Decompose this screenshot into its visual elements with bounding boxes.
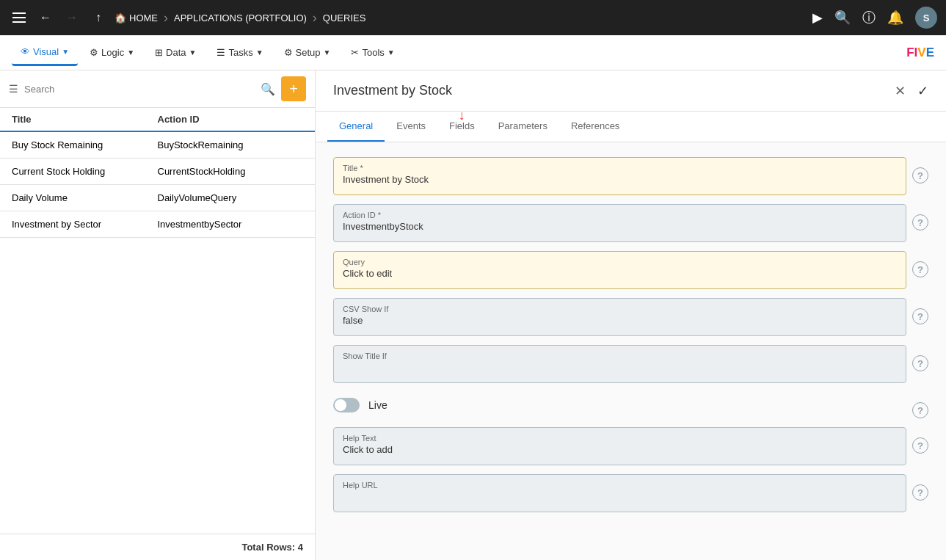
chevron-down-icon: ▼ bbox=[324, 48, 331, 57]
column-title: Title bbox=[12, 114, 158, 125]
help-text-help-icon[interactable]: ? bbox=[912, 437, 928, 454]
queries-link[interactable]: QUERIES bbox=[323, 12, 366, 23]
tab-fields[interactable]: Fields ↓ bbox=[437, 112, 487, 142]
tools-icon: ✂ bbox=[351, 47, 359, 58]
action-id-help-icon[interactable]: ? bbox=[912, 214, 928, 230]
five-logo: FIVE bbox=[906, 46, 934, 60]
tab-general[interactable]: General bbox=[327, 112, 385, 142]
top-navigation: ← → ↑ 🏠 HOME › APPLICATIONS (PORTFOLIO) … bbox=[0, 0, 946, 35]
back-button[interactable]: ← bbox=[35, 7, 56, 28]
title-value: Investment by Stock bbox=[343, 174, 897, 185]
home-link[interactable]: 🏠 HOME bbox=[114, 12, 158, 23]
row-action-id: BuyStockRemaining bbox=[158, 139, 304, 150]
help-text-placeholder: Click to add bbox=[343, 444, 897, 455]
action-id-label: Action ID * bbox=[343, 211, 897, 219]
query-label: Query bbox=[343, 258, 897, 266]
csv-show-if-field: CSV Show If false ? bbox=[333, 298, 928, 336]
right-panel: Investment by Stock ✕ ✓ General Events F… bbox=[316, 70, 946, 560]
show-title-if-input[interactable]: Show Title If bbox=[333, 345, 906, 383]
query-field: Query Click to edit ? bbox=[333, 251, 928, 289]
csv-show-if-input[interactable]: CSV Show If false bbox=[333, 298, 906, 336]
help-url-label: Help URL bbox=[343, 481, 897, 490]
live-label: Live bbox=[368, 399, 388, 411]
live-field: Live ? bbox=[333, 392, 928, 418]
tab-events[interactable]: Events bbox=[385, 112, 437, 142]
row-title: Current Stock Holding bbox=[12, 166, 158, 177]
title-input[interactable]: Title * Investment by Stock bbox=[333, 157, 906, 195]
live-help-icon[interactable]: ? bbox=[912, 402, 928, 418]
nav-item-tools[interactable]: ✂ Tools ▼ bbox=[342, 40, 403, 66]
live-toggle[interactable] bbox=[333, 398, 360, 412]
chevron-down-icon: ▼ bbox=[256, 48, 263, 57]
logic-icon: ⚙ bbox=[90, 47, 98, 58]
play-icon[interactable]: ▶ bbox=[812, 10, 823, 26]
nav-item-tasks[interactable]: ☰ Tasks ▼ bbox=[208, 40, 272, 66]
nav-item-data[interactable]: ⊞ Data ▼ bbox=[146, 40, 205, 66]
grid-icon: ⊞ bbox=[155, 47, 163, 58]
help-url-field: Help URL ? bbox=[333, 474, 928, 512]
query-input[interactable]: Query Click to edit bbox=[333, 251, 906, 289]
show-title-if-label: Show Title If bbox=[343, 352, 897, 360]
main-layout: ☰ 🔍 + Title Action ID Buy Stock Remainin… bbox=[0, 70, 946, 560]
sidebar-search-bar: ☰ 🔍 + bbox=[0, 70, 315, 108]
help-text-input[interactable]: Help Text Click to add bbox=[333, 427, 906, 465]
csv-show-if-help-icon[interactable]: ? bbox=[912, 308, 928, 324]
tasks-icon: ☰ bbox=[217, 47, 225, 58]
toggle-knob bbox=[335, 399, 346, 411]
title-label: Title * bbox=[343, 164, 897, 172]
tab-parameters[interactable]: Parameters bbox=[487, 112, 559, 142]
tabs-bar: General Events Fields ↓ Parameters Refer… bbox=[316, 112, 946, 142]
notification-icon[interactable]: 🔔 bbox=[887, 10, 903, 26]
column-action-id: Action ID bbox=[158, 114, 304, 125]
header-actions: ✕ ✓ bbox=[895, 83, 928, 99]
title-help-icon[interactable]: ? bbox=[912, 167, 928, 183]
right-panel-header: Investment by Stock ✕ ✓ bbox=[316, 70, 946, 112]
top-nav-right: ▶ 🔍 ⓘ 🔔 S bbox=[812, 7, 937, 29]
chevron-down-icon: ▼ bbox=[388, 48, 395, 57]
table-body: Buy Stock Remaining BuyStockRemaining Cu… bbox=[0, 132, 315, 534]
sidebar: ☰ 🔍 + Title Action ID Buy Stock Remainin… bbox=[0, 70, 316, 560]
action-id-input[interactable]: Action ID * InvestmentbyStock bbox=[333, 204, 906, 242]
confirm-icon[interactable]: ✓ bbox=[917, 83, 928, 99]
breadcrumb-separator: › bbox=[164, 10, 168, 26]
search-icon[interactable]: 🔍 bbox=[261, 82, 275, 96]
hamburger-menu[interactable] bbox=[9, 7, 29, 28]
setup-icon: ⚙ bbox=[284, 47, 293, 58]
row-action-id: CurrentStockHolding bbox=[158, 166, 304, 177]
chevron-down-icon: ▼ bbox=[62, 48, 69, 56]
table-row[interactable]: Daily Volume DailyVolumeQuery bbox=[0, 185, 315, 211]
filter-icon: ☰ bbox=[9, 83, 18, 95]
search-icon[interactable]: 🔍 bbox=[834, 10, 851, 26]
title-field: Title * Investment by Stock ? bbox=[333, 157, 928, 195]
eye-icon: 👁 bbox=[21, 46, 30, 57]
nav-item-setup[interactable]: ⚙ Setup ▼ bbox=[275, 40, 340, 66]
table-row[interactable]: Current Stock Holding CurrentStockHoldin… bbox=[0, 159, 315, 185]
help-icon[interactable]: ⓘ bbox=[862, 9, 876, 26]
search-input[interactable] bbox=[24, 84, 255, 95]
tab-references[interactable]: References bbox=[559, 112, 631, 142]
nav-item-visual[interactable]: 👁 Visual ▼ bbox=[12, 40, 78, 66]
forward-button[interactable]: → bbox=[62, 7, 82, 28]
row-title: Daily Volume bbox=[12, 192, 158, 203]
table-row[interactable]: Investment by Sector InvestmentbySector bbox=[0, 211, 315, 238]
arrow-indicator: ↓ bbox=[459, 109, 465, 122]
close-icon[interactable]: ✕ bbox=[895, 83, 906, 99]
help-url-help-icon[interactable]: ? bbox=[912, 484, 928, 501]
up-button[interactable]: ↑ bbox=[88, 7, 109, 28]
form-area: Title * Investment by Stock ? Action ID … bbox=[316, 142, 946, 560]
help-text-label: Help Text bbox=[343, 434, 897, 443]
action-id-field: Action ID * InvestmentbyStock ? bbox=[333, 204, 928, 242]
user-avatar[interactable]: S bbox=[915, 7, 937, 29]
applications-link[interactable]: APPLICATIONS (PORTFOLIO) bbox=[174, 12, 307, 23]
add-button[interactable]: + bbox=[281, 76, 306, 101]
query-help-icon[interactable]: ? bbox=[912, 261, 928, 277]
row-title: Investment by Sector bbox=[12, 219, 158, 230]
row-action-id: DailyVolumeQuery bbox=[158, 192, 304, 203]
table-header: Title Action ID bbox=[0, 108, 315, 132]
nav-item-logic[interactable]: ⚙ Logic ▼ bbox=[81, 40, 143, 66]
table-row[interactable]: Buy Stock Remaining BuyStockRemaining bbox=[0, 132, 315, 159]
show-title-if-help-icon[interactable]: ? bbox=[912, 355, 928, 371]
csv-show-if-value: false bbox=[343, 315, 897, 326]
secondary-navigation: 👁 Visual ▼ ⚙ Logic ▼ ⊞ Data ▼ ☰ Tasks ▼ … bbox=[0, 35, 946, 70]
help-url-input[interactable]: Help URL bbox=[333, 474, 906, 512]
